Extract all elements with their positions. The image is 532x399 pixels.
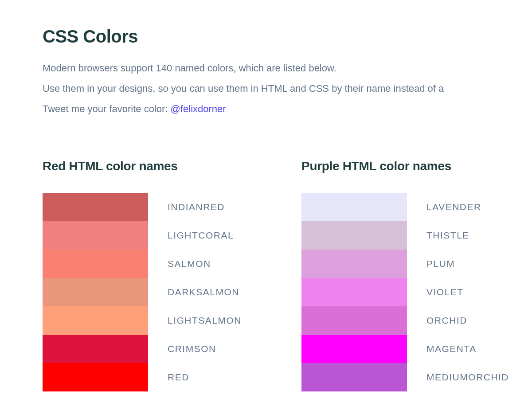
swatch-color [43,278,148,306]
swatch-label: RED [168,363,242,391]
swatch-color [43,250,148,278]
swatch-color [301,306,407,335]
page-title: CSS Colors [43,27,489,47]
swatch-label: ORCHID [426,306,509,335]
swatch-label: PLUM [426,250,509,278]
twitter-link[interactable]: @felixdorner [171,103,226,114]
swatch-color [301,335,407,363]
swatch-color-stack [43,193,148,391]
swatch-label: LIGHTCORAL [168,221,242,250]
swatch-color [301,363,407,391]
color-columns: Red HTML color names INDIANRED LIGHTCORA… [43,159,489,391]
swatch-color [43,363,148,391]
swatch-color [43,221,148,250]
swatch-color [43,335,148,363]
swatch-label: THISTLE [426,221,509,250]
swatch-label: SALMON [168,250,242,278]
column-title: Purple HTML color names [301,159,532,173]
intro-line-1: Modern browsers support 140 named colors… [43,61,489,76]
color-column-purple: Purple HTML color names LAVENDER THISTLE… [301,159,532,391]
intro-line-2: Use them in your designs, so you can use… [43,81,489,96]
swatch-color [43,306,148,335]
swatch-list: LAVENDER THISTLE PLUM VIOLET ORCHID MAGE… [301,193,532,391]
swatch-label-stack: LAVENDER THISTLE PLUM VIOLET ORCHID MAGE… [407,193,509,391]
swatch-label: INDIANRED [168,193,242,221]
swatch-color [301,221,407,250]
swatch-list: INDIANRED LIGHTCORAL SALMON DARKSALMON L… [43,193,291,391]
swatch-label: DARKSALMON [168,278,242,306]
swatch-color [301,193,407,221]
swatch-color [301,250,407,278]
color-column-red: Red HTML color names INDIANRED LIGHTCORA… [43,159,291,391]
swatch-label: LIGHTSALMON [168,306,242,335]
intro-line-3-prefix: Tweet me your favorite color: [43,103,171,114]
swatch-label: LAVENDER [426,193,509,221]
swatch-label: VIOLET [426,278,509,306]
swatch-label-stack: INDIANRED LIGHTCORAL SALMON DARKSALMON L… [148,193,242,391]
swatch-color [301,278,407,306]
swatch-label: MAGENTA [426,335,509,363]
intro-copy: Modern browsers support 140 named colors… [43,61,489,117]
intro-line-3: Tweet me your favorite color: @felixdorn… [43,102,489,117]
column-title: Red HTML color names [43,159,291,173]
swatch-label: CRIMSON [168,335,242,363]
swatch-color [43,193,148,221]
swatch-color-stack [301,193,407,391]
swatch-label: MEDIUMORCHID [426,363,509,391]
